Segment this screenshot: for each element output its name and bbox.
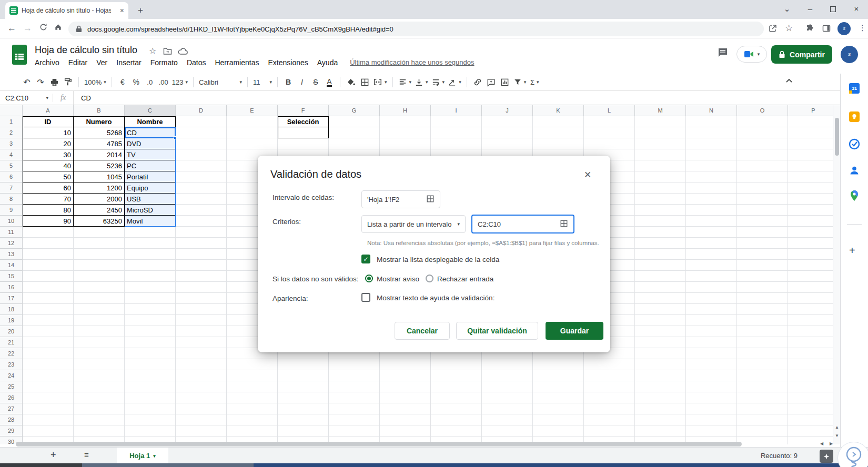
row-header-21[interactable]: 21: [0, 337, 23, 348]
tab-search-icon[interactable]: ⌄: [782, 4, 792, 14]
row-header-12[interactable]: 12: [0, 238, 23, 249]
cell-N2[interactable]: [686, 127, 737, 138]
cell-C14[interactable]: [125, 260, 176, 271]
cell-B28[interactable]: [74, 414, 125, 425]
cell-L3[interactable]: [584, 138, 635, 149]
cell-D19[interactable]: [176, 315, 227, 326]
menu-editar[interactable]: Editar: [68, 58, 88, 67]
cell-D11[interactable]: [176, 227, 227, 238]
cell-J2[interactable]: [482, 127, 533, 138]
cell-C24[interactable]: [125, 370, 176, 381]
cell-I29[interactable]: [431, 425, 482, 436]
row-header-17[interactable]: 17: [0, 293, 23, 304]
cell-M20[interactable]: [635, 326, 686, 337]
explore-button[interactable]: [820, 450, 833, 463]
menu-insertar[interactable]: Insertar: [116, 58, 141, 67]
name-box[interactable]: C2:C10 ▾: [0, 94, 53, 102]
show-dropdown-checkbox[interactable]: ✓: [361, 255, 370, 263]
cell-O2[interactable]: [737, 127, 788, 138]
row-header-23[interactable]: 23: [0, 359, 23, 370]
cell-C5[interactable]: PC: [125, 160, 176, 171]
cell-J28[interactable]: [482, 414, 533, 425]
cell-A24[interactable]: [23, 370, 74, 381]
cell-D13[interactable]: [176, 249, 227, 260]
cell-C4[interactable]: TV: [125, 149, 176, 160]
increase-decimals-button[interactable]: .00: [157, 75, 170, 89]
row-header-10[interactable]: 10: [0, 216, 23, 227]
cell-O12[interactable]: [737, 238, 788, 249]
filter-icon[interactable]: ▾: [512, 75, 528, 89]
cell-M2[interactable]: [635, 127, 686, 138]
cell-I3[interactable]: [431, 138, 482, 149]
cell-P15[interactable]: [788, 271, 833, 282]
menu-herramientas[interactable]: Herramientas: [215, 58, 259, 67]
add-sheet-icon[interactable]: +: [51, 450, 56, 461]
cell-O27[interactable]: [737, 403, 788, 414]
cell-L29[interactable]: [584, 425, 635, 436]
cell-M1[interactable]: [635, 116, 686, 127]
cell-D28[interactable]: [176, 414, 227, 425]
cell-P5[interactable]: [788, 160, 833, 171]
cell-F27[interactable]: [278, 403, 329, 414]
cell-F24[interactable]: [278, 370, 329, 381]
show-warning-radio[interactable]: [365, 275, 373, 282]
cell-B8[interactable]: 2000: [74, 194, 125, 205]
row-header-6[interactable]: 6: [0, 171, 23, 182]
cell-A26[interactable]: [23, 392, 74, 403]
scroll-left-icon[interactable]: ◀: [819, 441, 825, 446]
cell-N13[interactable]: [686, 249, 737, 260]
cell-G3[interactable]: [329, 138, 380, 149]
cell-L26[interactable]: [584, 392, 635, 403]
horizontal-align-icon[interactable]: ▾: [397, 75, 413, 89]
cell-O18[interactable]: [737, 304, 788, 315]
cell-M13[interactable]: [635, 249, 686, 260]
cloud-status-icon[interactable]: [178, 47, 188, 57]
cell-D4[interactable]: [176, 149, 227, 160]
cell-P8[interactable]: [788, 194, 833, 205]
cell-B26[interactable]: [74, 392, 125, 403]
cell-M11[interactable]: [635, 227, 686, 238]
criteria-dropdown[interactable]: Lista a partir de un intervalo ▾: [361, 215, 466, 233]
sheets-logo[interactable]: [12, 44, 27, 65]
row-header-28[interactable]: 28: [0, 414, 23, 425]
cell-C23[interactable]: [125, 359, 176, 370]
cell-M3[interactable]: [635, 138, 686, 149]
cell-E23[interactable]: [227, 359, 278, 370]
cell-N21[interactable]: [686, 337, 737, 348]
cell-O13[interactable]: [737, 249, 788, 260]
row-header-11[interactable]: 11: [0, 227, 23, 238]
row-header-8[interactable]: 8: [0, 194, 23, 205]
move-folder-icon[interactable]: [163, 47, 172, 57]
cell-P14[interactable]: [788, 260, 833, 271]
cell-I23[interactable]: [431, 359, 482, 370]
cell-F25[interactable]: [278, 381, 329, 392]
forward-icon[interactable]: →: [23, 23, 32, 34]
cell-D9[interactable]: [176, 205, 227, 216]
cell-B27[interactable]: [74, 403, 125, 414]
cell-D22[interactable]: [176, 348, 227, 359]
row-header-29[interactable]: 29: [0, 425, 23, 436]
cell-C15[interactable]: [125, 271, 176, 282]
cell-E29[interactable]: [227, 425, 278, 436]
cell-O22[interactable]: [737, 348, 788, 359]
cell-M5[interactable]: [635, 160, 686, 171]
cell-P11[interactable]: [788, 227, 833, 238]
cell-N22[interactable]: [686, 348, 737, 359]
cell-F23[interactable]: [278, 359, 329, 370]
cell-O30[interactable]: [737, 436, 788, 444]
cell-N6[interactable]: [686, 171, 737, 182]
cell-A19[interactable]: [23, 315, 74, 326]
cell-P18[interactable]: [788, 304, 833, 315]
cell-P6[interactable]: [788, 171, 833, 182]
cell-P20[interactable]: [788, 326, 833, 337]
cell-D23[interactable]: [176, 359, 227, 370]
cell-C29[interactable]: [125, 425, 176, 436]
cell-A28[interactable]: [23, 414, 74, 425]
cell-N5[interactable]: [686, 160, 737, 171]
back-icon[interactable]: ←: [7, 23, 16, 34]
cell-M18[interactable]: [635, 304, 686, 315]
cell-P16[interactable]: [788, 282, 833, 293]
cell-P23[interactable]: [788, 359, 833, 370]
cell-C17[interactable]: [125, 293, 176, 304]
row-header-13[interactable]: 13: [0, 249, 23, 260]
